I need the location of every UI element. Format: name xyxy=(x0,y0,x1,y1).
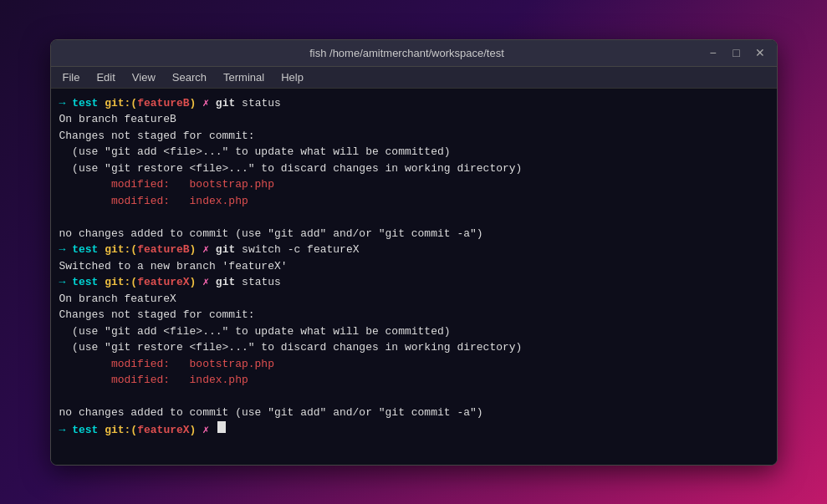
prompt-git: git:( xyxy=(105,95,137,112)
prompt-x4: ✗ xyxy=(202,422,209,439)
cmd-switch: switch -c featureX xyxy=(242,242,359,258)
prompt-branch2: featureB xyxy=(137,242,189,258)
menu-file[interactable]: File xyxy=(56,69,87,85)
menu-search[interactable]: Search xyxy=(166,69,213,85)
cmd-status: status xyxy=(242,95,281,112)
prompt-branch3: featureX xyxy=(137,274,189,291)
terminal-line: no changes added to commit (use "git add… xyxy=(59,226,768,242)
prompt-dir4: test xyxy=(72,422,98,439)
terminal-line: On branch featureB xyxy=(59,111,768,128)
prompt-git2: git:( xyxy=(105,242,137,258)
prompt-dir: test xyxy=(72,95,98,112)
window-title: fish /home/amitmerchant/workspace/test xyxy=(110,47,705,59)
terminal-line: (use "git restore <file>..." to discard … xyxy=(59,339,768,356)
prompt-arrow2: → xyxy=(59,242,66,258)
prompt-dir2: test xyxy=(72,242,98,258)
prompt-x2: ✗ xyxy=(202,242,209,258)
title-bar: fish /home/amitmerchant/workspace/test −… xyxy=(51,40,777,67)
menu-terminal[interactable]: Terminal xyxy=(217,69,271,85)
terminal-line: → test git:(featureB) ✗ git status xyxy=(59,95,768,112)
terminal-line: → test git:(featureX) ✗ git status xyxy=(59,274,768,291)
terminal-line xyxy=(59,389,768,405)
prompt-x3: ✗ xyxy=(202,274,209,291)
terminal-line: modified: index.php xyxy=(59,193,768,210)
terminal-line: modified: bootstrap.php xyxy=(59,356,768,373)
menu-view[interactable]: View xyxy=(125,69,162,85)
menu-help[interactable]: Help xyxy=(274,69,310,85)
terminal-line: → test git:(featureB) ✗ git switch -c fe… xyxy=(59,242,768,258)
menu-edit[interactable]: Edit xyxy=(89,69,121,85)
terminal-line: Changes not staged for commit: xyxy=(59,128,768,145)
close-button[interactable]: ✕ xyxy=(752,44,768,61)
cmd-git3: git xyxy=(216,274,235,291)
terminal-body[interactable]: → test git:(featureB) ✗ git status On br… xyxy=(51,89,777,465)
prompt-x: ✗ xyxy=(202,95,209,112)
prompt-branch4: featureX xyxy=(137,422,189,439)
terminal-line: modified: bootstrap.php xyxy=(59,176,768,193)
cmd-git2: git xyxy=(216,242,235,258)
prompt-arrow4: → xyxy=(59,422,66,439)
terminal-line: Changes not staged for commit: xyxy=(59,307,768,323)
prompt-arrow: → xyxy=(59,95,66,112)
terminal-line: (use "git add <file>..." to update what … xyxy=(59,144,768,160)
cmd-git: git xyxy=(216,95,235,112)
cmd-status2: status xyxy=(242,274,281,291)
maximize-button[interactable]: □ xyxy=(728,44,745,61)
terminal-line: (use "git add <file>..." to update what … xyxy=(59,323,768,340)
terminal-cursor xyxy=(217,421,226,433)
terminal-line-current: → test git:(featureX) ✗ xyxy=(59,421,768,439)
menu-bar: File Edit View Search Terminal Help xyxy=(51,67,777,89)
terminal-line: (use "git restore <file>..." to discard … xyxy=(59,160,768,177)
prompt-arrow3: → xyxy=(59,274,66,291)
terminal-line: On branch featureX xyxy=(59,291,768,308)
terminal-window: fish /home/amitmerchant/workspace/test −… xyxy=(50,39,778,466)
prompt-git-close: ) xyxy=(190,95,197,112)
terminal-line: Switched to a new branch 'featureX' xyxy=(59,258,768,275)
terminal-line xyxy=(59,209,768,226)
prompt-dir3: test xyxy=(72,274,98,291)
terminal-line: modified: index.php xyxy=(59,372,768,389)
window-controls[interactable]: − □ ✕ xyxy=(705,44,768,61)
terminal-line: no changes added to commit (use "git add… xyxy=(59,405,768,421)
prompt-branch: featureB xyxy=(137,95,189,112)
prompt-git4: git:( xyxy=(105,422,137,439)
prompt-git-close4: ) xyxy=(190,422,197,439)
prompt-git-close3: ) xyxy=(190,274,197,291)
prompt-git3: git:( xyxy=(105,274,137,291)
prompt-git-close2: ) xyxy=(190,242,197,258)
minimize-button[interactable]: − xyxy=(705,44,722,61)
